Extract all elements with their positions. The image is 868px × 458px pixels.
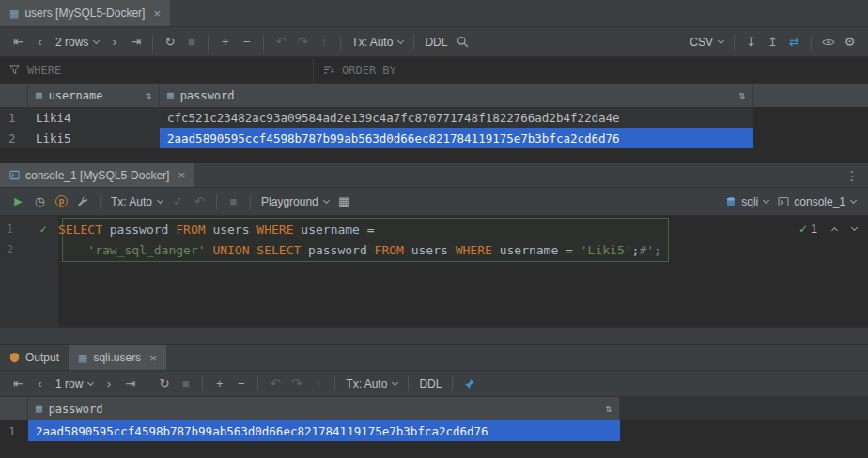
previous-statement-icon[interactable]: [831, 227, 838, 234]
close-icon[interactable]: ×: [149, 351, 157, 365]
ddl-button[interactable]: DDL: [425, 36, 447, 49]
chevron-down-icon: [718, 37, 724, 43]
tab-output[interactable]: Output: [0, 345, 69, 370]
csv-format-dropdown[interactable]: CSV: [690, 36, 723, 49]
kebab-menu-icon[interactable]: ⋮: [836, 163, 868, 187]
tx-mode-dropdown[interactable]: Tx: Auto: [346, 377, 397, 390]
schema-selector-dropdown[interactable]: sqli: [725, 195, 768, 208]
tab-console[interactable]: console_1 [MySQL5-Docker] ×: [0, 163, 194, 187]
last-page-icon[interactable]: ⇥: [126, 33, 146, 52]
history-grid-icon[interactable]: ▦: [334, 192, 354, 211]
stop-icon: ■: [176, 374, 195, 393]
cell-password[interactable]: cfc521c23482ac93a09584ad2e139c4a7fc87077…: [160, 107, 753, 128]
rollback-icon: ↶: [190, 192, 209, 211]
sql-line-2[interactable]: 'raw_sql_danger' UNION SELECT password F…: [58, 243, 661, 257]
column-header-password[interactable]: ▦ password ⇅: [160, 84, 753, 107]
tx-mode-dropdown[interactable]: Tx: Auto: [351, 36, 403, 49]
editor-tabbar: ▦ users [MySQL5-Docker] ×: [0, 0, 868, 27]
pin-tab-icon[interactable]: [459, 374, 479, 393]
wrench-icon[interactable]: [73, 192, 93, 211]
editor-line[interactable]: 2 'raw_sql_danger' UNION SELECT password…: [0, 239, 868, 260]
toolbar-separator: [147, 376, 147, 391]
gear-icon[interactable]: ⚙: [840, 33, 860, 52]
sort-toggle-icon[interactable]: ⇅: [145, 89, 151, 101]
grid-filter-row: WHERE ORDER BY: [0, 57, 868, 84]
view-eye-icon[interactable]: [818, 33, 838, 52]
sort-toggle-icon[interactable]: ⇅: [738, 89, 745, 101]
toolbar-separator: [100, 194, 101, 209]
redo-icon: ↷: [287, 374, 306, 393]
order-by-field[interactable]: ORDER BY: [313, 57, 868, 83]
sort-lines-icon: [323, 65, 334, 75]
rows-count-dropdown[interactable]: 2 rows: [55, 36, 99, 49]
table-row[interactable]: 1 Liki4 cfc521c23482ac93a09584ad2e139c4a…: [0, 107, 868, 128]
parameters-icon[interactable]: p: [52, 192, 71, 211]
next-statement-icon[interactable]: [851, 224, 858, 231]
export-download-icon[interactable]: ↧: [741, 33, 761, 52]
tab-result-grid[interactable]: ▦ sqli.users ×: [69, 345, 166, 370]
splitter[interactable]: [0, 327, 868, 345]
console-icon: [778, 196, 789, 207]
ddl-label: DDL: [419, 377, 442, 390]
where-filter-field[interactable]: WHERE: [0, 57, 313, 83]
delete-row-icon[interactable]: −: [231, 374, 251, 393]
next-page-icon[interactable]: ›: [104, 33, 124, 52]
close-icon[interactable]: ×: [178, 168, 185, 182]
toolbar-separator: [413, 35, 414, 50]
result-tabbar: Output ▦ sqli.users ×: [0, 345, 868, 371]
grid-toolbar: ⇤ ‹ 2 rows › ⇥ ↻ ■ + − ↶ ↷ ↑ Tx: Auto DD…: [0, 27, 868, 57]
row-filler: [620, 420, 868, 441]
close-icon[interactable]: ×: [153, 7, 161, 21]
previous-page-icon[interactable]: ‹: [30, 33, 50, 52]
compare-icon[interactable]: ⇄: [784, 33, 804, 52]
add-row-icon[interactable]: +: [215, 33, 235, 52]
table-row[interactable]: 2 Liki5 2aad5890595ccf4598b787b99ab563d0…: [0, 128, 868, 148]
playground-label: Playground: [261, 195, 318, 208]
add-row-icon[interactable]: +: [209, 374, 229, 393]
row-filler: [753, 107, 868, 128]
first-page-icon[interactable]: ⇤: [8, 33, 28, 52]
sort-toggle-icon[interactable]: ⇅: [605, 403, 612, 415]
csv-format-label: CSV: [690, 36, 713, 49]
refresh-icon[interactable]: ↻: [160, 33, 179, 52]
rows-count-dropdown[interactable]: 1 row: [55, 377, 93, 390]
grid-header-filler: [753, 84, 868, 107]
delete-row-icon[interactable]: −: [237, 33, 256, 52]
cell-username[interactable]: Liki4: [28, 107, 160, 128]
table-row[interactable]: 1 2aad5890595ccf4598b787b99ab563d0d66ec8…: [0, 420, 868, 441]
grid-empty-area: [0, 148, 868, 163]
next-page-icon[interactable]: ›: [99, 374, 118, 393]
stop-icon: ■: [181, 33, 201, 52]
row-number: 2: [0, 128, 28, 148]
ddl-button[interactable]: DDL: [419, 377, 442, 390]
database-icon: [725, 196, 736, 207]
last-page-icon[interactable]: ⇥: [120, 374, 140, 393]
import-upload-icon[interactable]: ↥: [763, 33, 783, 52]
sql-line-1[interactable]: SELECT password FROM users WHERE usernam…: [58, 222, 375, 237]
editor-line[interactable]: 1 ✓ SELECT password FROM users WHERE use…: [0, 219, 868, 239]
tx-mode-dropdown[interactable]: Tx: Auto: [111, 195, 163, 208]
revert-icon: ↶: [265, 374, 285, 393]
cell-password-selected[interactable]: 2aad5890595ccf4598b787b99ab563d0d66ec821…: [160, 128, 753, 148]
cell-password-selected[interactable]: 2aad5890595ccf4598b787b99ab563d0d66ec821…: [28, 420, 620, 441]
tab-users-table[interactable]: ▦ users [MySQL5-Docker] ×: [0, 0, 170, 26]
toolbar-separator: [734, 35, 735, 50]
column-header-password[interactable]: ▦ password ⇅: [28, 397, 620, 420]
previous-page-icon[interactable]: ‹: [30, 374, 50, 393]
column-header-username[interactable]: ▦ username ⇅: [28, 84, 160, 107]
console-selector-dropdown[interactable]: console_1: [778, 195, 856, 208]
console-file-icon: [9, 170, 20, 180]
executed-ok-badge: ✓1: [798, 222, 817, 236]
clock-icon[interactable]: ◷: [30, 192, 50, 211]
cell-username[interactable]: Liki5: [28, 128, 160, 148]
run-icon[interactable]: ▶: [8, 192, 28, 211]
toolbar-separator: [340, 35, 341, 50]
tab-output-label: Output: [25, 351, 59, 364]
refresh-icon[interactable]: ↻: [154, 374, 174, 393]
sql-editor[interactable]: 1 ✓ SELECT password FROM users WHERE use…: [0, 216, 868, 327]
playground-mode-dropdown[interactable]: Playground: [261, 195, 329, 208]
column-icon: ▦: [36, 90, 42, 100]
first-page-icon[interactable]: ⇤: [8, 374, 28, 393]
chevron-down-icon: [93, 37, 100, 43]
search-icon[interactable]: [453, 33, 473, 52]
